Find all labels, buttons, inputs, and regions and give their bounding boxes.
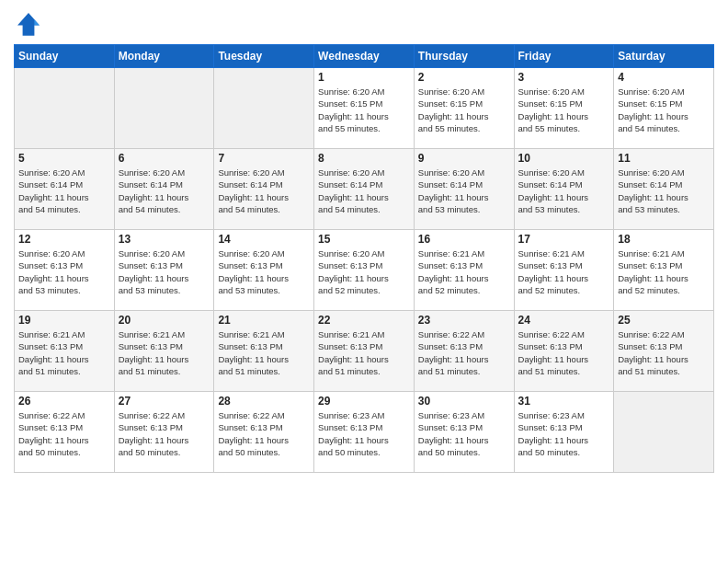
- calendar-week-row: 5Sunrise: 6:20 AMSunset: 6:14 PMDaylight…: [15, 149, 714, 230]
- day-info: Sunrise: 6:22 AMSunset: 6:13 PMDaylight:…: [18, 409, 110, 458]
- calendar-body: 1Sunrise: 6:20 AMSunset: 6:15 PMDaylight…: [15, 68, 714, 473]
- calendar-cell: 24Sunrise: 6:22 AMSunset: 6:13 PMDayligh…: [514, 311, 614, 392]
- calendar-cell: 18Sunrise: 6:21 AMSunset: 6:13 PMDayligh…: [614, 230, 714, 311]
- calendar-cell: [15, 68, 115, 149]
- calendar-cell: 17Sunrise: 6:21 AMSunset: 6:13 PMDayligh…: [514, 230, 614, 311]
- day-number: 15: [318, 233, 410, 246]
- calendar-week-row: 26Sunrise: 6:22 AMSunset: 6:13 PMDayligh…: [15, 392, 714, 473]
- day-info: Sunrise: 6:21 AMSunset: 6:13 PMDaylight:…: [119, 328, 210, 377]
- day-info: Sunrise: 6:20 AMSunset: 6:14 PMDaylight:…: [18, 167, 110, 215]
- weekday-header: Thursday: [414, 45, 514, 68]
- day-info: Sunrise: 6:21 AMSunset: 6:13 PMDaylight:…: [518, 247, 610, 296]
- day-info: Sunrise: 6:21 AMSunset: 6:13 PMDaylight:…: [218, 328, 310, 377]
- day-info: Sunrise: 6:23 AMSunset: 6:13 PMDaylight:…: [318, 409, 410, 458]
- day-number: 27: [119, 395, 210, 408]
- calendar-cell: 23Sunrise: 6:22 AMSunset: 6:13 PMDayligh…: [414, 311, 514, 392]
- day-number: 25: [618, 314, 710, 327]
- calendar-cell: [614, 392, 714, 473]
- calendar-cell: 26Sunrise: 6:22 AMSunset: 6:13 PMDayligh…: [15, 392, 115, 473]
- day-number: 20: [119, 314, 210, 327]
- day-number: 7: [218, 152, 310, 165]
- day-info: Sunrise: 6:20 AMSunset: 6:14 PMDaylight:…: [618, 167, 710, 215]
- calendar: SundayMondayTuesdayWednesdayThursdayFrid…: [14, 44, 714, 473]
- weekday-header: Friday: [514, 45, 614, 68]
- day-info: Sunrise: 6:22 AMSunset: 6:13 PMDaylight:…: [618, 328, 710, 377]
- weekday-header: Tuesday: [214, 45, 314, 68]
- calendar-cell: [214, 68, 314, 149]
- calendar-cell: 7Sunrise: 6:20 AMSunset: 6:14 PMDaylight…: [214, 149, 314, 230]
- day-number: 11: [618, 152, 710, 165]
- calendar-header: SundayMondayTuesdayWednesdayThursdayFrid…: [15, 45, 714, 68]
- day-number: 2: [418, 71, 510, 84]
- day-number: 17: [518, 233, 610, 246]
- day-number: 8: [318, 152, 410, 165]
- calendar-cell: 19Sunrise: 6:21 AMSunset: 6:13 PMDayligh…: [15, 311, 115, 392]
- day-info: Sunrise: 6:20 AMSunset: 6:13 PMDaylight:…: [18, 247, 110, 296]
- day-number: 31: [518, 395, 610, 408]
- day-info: Sunrise: 6:20 AMSunset: 6:15 PMDaylight:…: [318, 86, 410, 134]
- calendar-cell: 10Sunrise: 6:20 AMSunset: 6:14 PMDayligh…: [514, 149, 614, 230]
- day-info: Sunrise: 6:20 AMSunset: 6:15 PMDaylight:…: [618, 86, 710, 134]
- day-number: 16: [418, 233, 510, 246]
- calendar-cell: 4Sunrise: 6:20 AMSunset: 6:15 PMDaylight…: [614, 68, 714, 149]
- calendar-cell: 15Sunrise: 6:20 AMSunset: 6:13 PMDayligh…: [314, 230, 415, 311]
- calendar-cell: 13Sunrise: 6:20 AMSunset: 6:13 PMDayligh…: [114, 230, 214, 311]
- day-number: 1: [318, 71, 410, 84]
- day-info: Sunrise: 6:20 AMSunset: 6:13 PMDaylight:…: [218, 247, 310, 296]
- calendar-cell: 8Sunrise: 6:20 AMSunset: 6:14 PMDaylight…: [314, 149, 415, 230]
- day-info: Sunrise: 6:22 AMSunset: 6:13 PMDaylight:…: [418, 328, 510, 377]
- day-info: Sunrise: 6:20 AMSunset: 6:14 PMDaylight:…: [119, 167, 210, 215]
- calendar-cell: 28Sunrise: 6:22 AMSunset: 6:13 PMDayligh…: [214, 392, 314, 473]
- day-info: Sunrise: 6:23 AMSunset: 6:13 PMDaylight:…: [418, 409, 510, 458]
- day-info: Sunrise: 6:22 AMSunset: 6:13 PMDaylight:…: [518, 328, 610, 377]
- day-number: 21: [218, 314, 310, 327]
- day-info: Sunrise: 6:20 AMSunset: 6:14 PMDaylight:…: [318, 167, 410, 215]
- day-info: Sunrise: 6:20 AMSunset: 6:15 PMDaylight:…: [518, 86, 610, 134]
- header: [14, 9, 714, 39]
- day-info: Sunrise: 6:20 AMSunset: 6:13 PMDaylight:…: [318, 247, 410, 296]
- day-number: 19: [18, 314, 110, 327]
- calendar-cell: 9Sunrise: 6:20 AMSunset: 6:14 PMDaylight…: [414, 149, 514, 230]
- calendar-cell: 14Sunrise: 6:20 AMSunset: 6:13 PMDayligh…: [214, 230, 314, 311]
- day-info: Sunrise: 6:21 AMSunset: 6:13 PMDaylight:…: [318, 328, 410, 377]
- day-number: 5: [18, 152, 110, 165]
- day-info: Sunrise: 6:22 AMSunset: 6:13 PMDaylight:…: [119, 409, 210, 458]
- day-number: 18: [618, 233, 710, 246]
- day-number: 29: [318, 395, 410, 408]
- day-info: Sunrise: 6:23 AMSunset: 6:13 PMDaylight:…: [518, 409, 610, 458]
- calendar-cell: 12Sunrise: 6:20 AMSunset: 6:13 PMDayligh…: [15, 230, 115, 311]
- weekday-header: Monday: [114, 45, 214, 68]
- calendar-cell: 20Sunrise: 6:21 AMSunset: 6:13 PMDayligh…: [114, 311, 214, 392]
- day-info: Sunrise: 6:22 AMSunset: 6:13 PMDaylight:…: [218, 409, 310, 458]
- day-number: 3: [518, 71, 610, 84]
- day-number: 10: [518, 152, 610, 165]
- day-info: Sunrise: 6:20 AMSunset: 6:14 PMDaylight:…: [418, 167, 510, 215]
- day-number: 4: [618, 71, 710, 84]
- day-number: 23: [418, 314, 510, 327]
- calendar-cell: 6Sunrise: 6:20 AMSunset: 6:14 PMDaylight…: [114, 149, 214, 230]
- calendar-cell: [114, 68, 214, 149]
- day-number: 30: [418, 395, 510, 408]
- calendar-cell: 5Sunrise: 6:20 AMSunset: 6:14 PMDaylight…: [15, 149, 115, 230]
- day-info: Sunrise: 6:20 AMSunset: 6:14 PMDaylight:…: [218, 167, 310, 215]
- calendar-week-row: 1Sunrise: 6:20 AMSunset: 6:15 PMDaylight…: [15, 68, 714, 149]
- weekday-header: Wednesday: [314, 45, 415, 68]
- day-number: 13: [119, 233, 210, 246]
- day-number: 6: [119, 152, 210, 165]
- day-number: 9: [418, 152, 510, 165]
- logo: [14, 9, 47, 39]
- calendar-week-row: 12Sunrise: 6:20 AMSunset: 6:13 PMDayligh…: [15, 230, 714, 311]
- day-info: Sunrise: 6:21 AMSunset: 6:13 PMDaylight:…: [18, 328, 110, 377]
- day-number: 22: [318, 314, 410, 327]
- calendar-cell: 3Sunrise: 6:20 AMSunset: 6:15 PMDaylight…: [514, 68, 614, 149]
- weekday-header: Saturday: [614, 45, 714, 68]
- day-number: 24: [518, 314, 610, 327]
- day-number: 28: [218, 395, 310, 408]
- day-info: Sunrise: 6:21 AMSunset: 6:13 PMDaylight:…: [418, 247, 510, 296]
- day-number: 14: [218, 233, 310, 246]
- day-info: Sunrise: 6:21 AMSunset: 6:13 PMDaylight:…: [618, 247, 710, 296]
- day-info: Sunrise: 6:20 AMSunset: 6:15 PMDaylight:…: [418, 86, 510, 134]
- calendar-cell: 1Sunrise: 6:20 AMSunset: 6:15 PMDaylight…: [314, 68, 415, 149]
- calendar-week-row: 19Sunrise: 6:21 AMSunset: 6:13 PMDayligh…: [15, 311, 714, 392]
- page: SundayMondayTuesdayWednesdayThursdayFrid…: [0, 0, 728, 563]
